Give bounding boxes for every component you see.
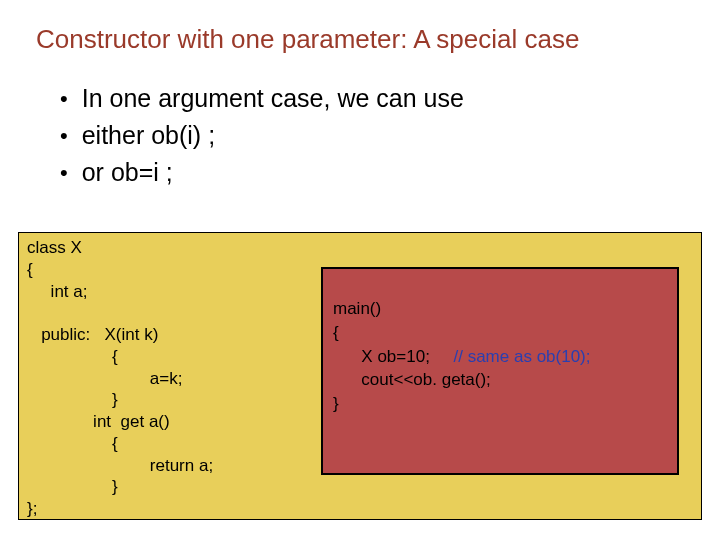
bullet-text: or ob=i ; [82, 155, 173, 190]
main-code-post: cout<<ob. geta(); } [333, 370, 491, 413]
main-code-box: main() { X ob=10; // same as ob(10); cou… [321, 267, 679, 475]
main-code-pre: main() { X ob=10; [333, 299, 454, 366]
bullet-text: either ob(i) ; [82, 118, 215, 153]
code-comment: // same as ob(10); [454, 347, 591, 366]
bullet-icon: • [60, 81, 68, 116]
main-code: main() { X ob=10; // same as ob(10); cou… [333, 297, 591, 416]
bullet-list: • In one argument case, we can use • eit… [0, 55, 720, 191]
code-panel: class X { int a; public: X(int k) { a=k;… [18, 232, 702, 520]
bullet-text: In one argument case, we can use [82, 81, 464, 116]
list-item: • either ob(i) ; [60, 118, 720, 153]
slide-title: Constructor with one parameter: A specia… [0, 0, 720, 55]
list-item: • In one argument case, we can use [60, 81, 720, 116]
list-item: • or ob=i ; [60, 155, 720, 190]
class-code: class X { int a; public: X(int k) { a=k;… [27, 237, 213, 520]
bullet-icon: • [60, 155, 68, 190]
bullet-icon: • [60, 118, 68, 153]
